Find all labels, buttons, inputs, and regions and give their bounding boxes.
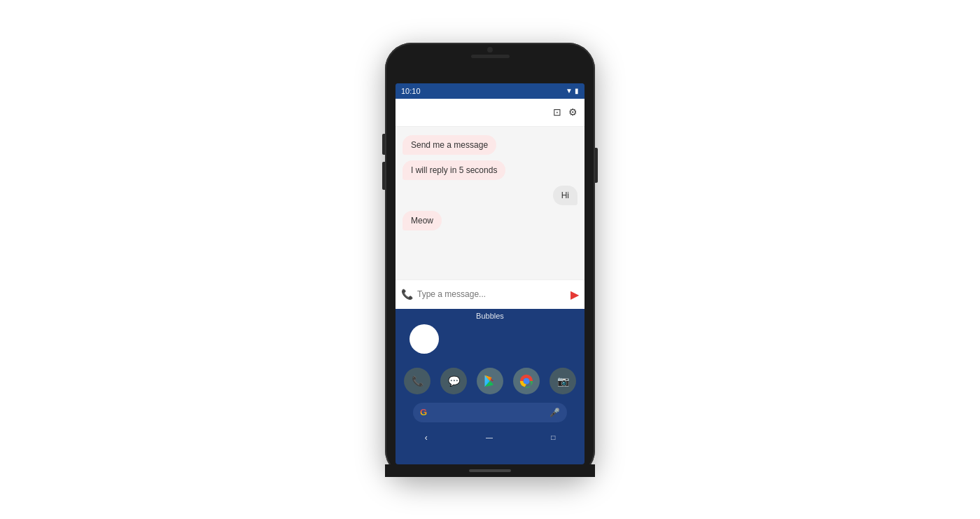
home-screen: Bubbles 📞 💬	[396, 309, 584, 449]
back-button[interactable]: ‹	[425, 433, 428, 443]
status-icons: ▼ ▮	[566, 87, 579, 95]
phone-call-icon[interactable]: 📞	[401, 289, 413, 300]
send-button[interactable]: ▶	[570, 288, 579, 301]
power-button[interactable]	[595, 148, 598, 183]
front-camera	[487, 47, 493, 53]
battery-icon: ▮	[575, 87, 579, 95]
bottom-bezel	[385, 464, 595, 477]
mic-icon[interactable]: 🎤	[550, 408, 560, 417]
phone-device: 10:10 ▼ ▮ ⊡ ⚙ Send me a message I will r…	[385, 43, 595, 477]
message-bubble-4: Meow	[402, 211, 442, 230]
messaging-app: ⊡ ⚙ Send me a message I will reply in 5 …	[396, 99, 584, 309]
google-logo: G	[420, 407, 427, 417]
camera-app-icon[interactable]: 📷	[550, 368, 576, 394]
messages-app-icon[interactable]: 💬	[440, 368, 467, 394]
bubbles-label: Bubbles	[476, 309, 504, 324]
wifi-icon: ▼	[566, 87, 573, 95]
google-search-bar[interactable]: G 🎤	[413, 403, 567, 422]
navigation-bar: ‹ — □	[396, 427, 584, 449]
top-bezel	[385, 43, 595, 61]
app-toolbar: ⊡ ⚙	[396, 99, 584, 127]
volume-down-button[interactable]	[382, 162, 385, 190]
phone-app-icon[interactable]: 📞	[404, 368, 430, 394]
message-bubble-3: Hi	[553, 186, 578, 205]
phone-screen: 10:10 ▼ ▮ ⊡ ⚙ Send me a message I will r…	[396, 83, 584, 464]
recents-button[interactable]: □	[551, 434, 555, 441]
svg-point-0	[523, 378, 529, 384]
message-input-bar: 📞 ▶	[396, 279, 584, 309]
bottom-bar-indicator	[469, 469, 511, 472]
dock-row: 📞 💬	[396, 364, 584, 399]
status-time: 10:10	[401, 87, 421, 95]
bubble-fab[interactable]	[410, 324, 439, 354]
message-input[interactable]	[417, 289, 566, 299]
earpiece-speaker	[471, 55, 510, 58]
home-button[interactable]: —	[486, 434, 493, 441]
message-bubble-2: I will reply in 5 seconds	[402, 160, 505, 180]
play-store-icon[interactable]	[477, 368, 503, 394]
message-bubble-1: Send me a message	[402, 135, 496, 155]
compose-icon[interactable]: ⊡	[553, 106, 561, 118]
messages-area: Send me a message I will reply in 5 seco…	[396, 127, 584, 279]
volume-up-button[interactable]	[382, 134, 385, 155]
chrome-icon[interactable]	[513, 368, 540, 394]
status-bar: 10:10 ▼ ▮	[396, 83, 584, 99]
settings-icon[interactable]: ⚙	[568, 106, 578, 118]
